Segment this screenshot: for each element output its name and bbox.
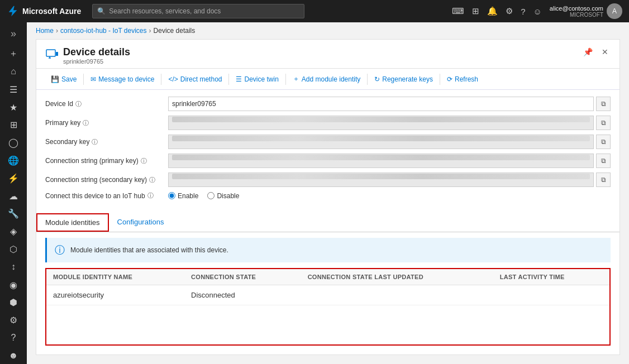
sidebar-add-icon[interactable]: ＋ xyxy=(2,46,25,63)
sidebar-arrows-icon[interactable]: ↕ xyxy=(2,258,25,275)
sidebar-list-icon[interactable]: ☰ xyxy=(2,81,25,98)
info-banner: ⓘ Module identities that are associated … xyxy=(45,238,611,262)
info-banner-text: Module identities that are associated wi… xyxy=(70,246,228,254)
cell-last-activity-time xyxy=(493,285,609,305)
direct-method-icon: </> xyxy=(168,75,178,83)
regenerate-keys-button[interactable]: ↻ Regenerate keys xyxy=(369,73,439,85)
info-banner-icon: ⓘ xyxy=(55,243,65,257)
direct-method-button[interactable]: </> Direct method xyxy=(163,73,227,85)
cs-primary-info-icon[interactable]: ⓘ xyxy=(141,157,147,165)
add-icon: ＋ xyxy=(293,74,299,84)
col-connection-state-last-updated: CONNECTION STATE LAST UPDATED xyxy=(301,269,493,285)
device-id-row: Device Id ⓘ ⧉ xyxy=(45,97,611,111)
sidebar-home-icon[interactable]: ⌂ xyxy=(2,64,25,80)
sidebar-radio-icon[interactable]: ◉ xyxy=(2,276,25,293)
close-button[interactable]: ✕ xyxy=(599,46,611,58)
connect-iot-info-icon[interactable]: ⓘ xyxy=(147,191,154,200)
device-id-copy-button[interactable]: ⧉ xyxy=(596,97,611,111)
module-identities-table-wrap: MODULE IDENTITY NAME CONNECTION STATE CO… xyxy=(45,268,611,346)
sidebar-grid-icon[interactable]: ⊞ xyxy=(2,117,25,133)
breadcrumb-home[interactable]: Home xyxy=(36,27,54,35)
sidebar-hex-icon[interactable]: ⬡ xyxy=(2,241,25,258)
cs-secondary-copy-button[interactable]: ⧉ xyxy=(596,173,611,187)
toolbar-sep6 xyxy=(440,74,440,85)
toolbar-sep5 xyxy=(367,74,368,85)
message-icon: ✉ xyxy=(90,75,96,83)
device-twin-button[interactable]: ☰ Device twin xyxy=(230,73,284,85)
logo-text: Microsoft Azure xyxy=(22,7,81,16)
connection-string-primary-label: Connection string (primary key) ⓘ xyxy=(45,157,168,165)
top-navigation: Microsoft Azure 🔍 Search resources, serv… xyxy=(0,0,629,22)
enable-radio-label[interactable]: Enable xyxy=(168,192,198,200)
save-button[interactable]: 💾 Save xyxy=(45,73,82,85)
cloud-shell-icon[interactable]: ⌨ xyxy=(452,6,464,16)
connection-string-secondary-input xyxy=(168,173,594,187)
toolbar: 💾 Save ✉ Message to device </> Direct me… xyxy=(36,69,620,90)
cs-primary-copy-button[interactable]: ⧉ xyxy=(596,154,611,168)
panel-header: Device details sprinkler09765 📌 ✕ xyxy=(36,40,620,69)
sidebar-user-icon[interactable]: ☻ xyxy=(2,347,25,364)
device-id-info-icon[interactable]: ⓘ xyxy=(75,100,82,108)
enable-radio[interactable] xyxy=(168,192,175,199)
col-last-activity-time: LAST ACTIVITY TIME xyxy=(493,269,609,285)
table-row[interactable]: azureiotsecurity Disconnected xyxy=(46,285,609,305)
search-placeholder: Search resources, services, and docs xyxy=(109,7,221,15)
user-section[interactable]: alice@contoso.com MICROSOFT A xyxy=(550,3,622,19)
primary-key-info-icon[interactable]: ⓘ xyxy=(83,119,89,127)
form-area: Device Id ⓘ ⧉ Primary key ⓘ xyxy=(36,90,620,213)
secondary-key-label: Secondary key ⓘ xyxy=(45,138,168,146)
primary-key-copy-button[interactable]: ⧉ xyxy=(596,116,611,130)
pin-button[interactable]: 📌 xyxy=(581,46,595,58)
panel-title-section: Device details sprinkler09765 xyxy=(45,46,130,65)
sidebar-diamond-icon[interactable]: ◈ xyxy=(2,223,25,240)
message-to-device-button[interactable]: ✉ Message to device xyxy=(85,73,160,85)
search-bar[interactable]: 🔍 Search resources, services, and docs xyxy=(92,4,304,18)
iot-enable-disable-group: Enable Disable xyxy=(168,192,239,200)
breadcrumb-sep1: › xyxy=(56,27,58,35)
col-connection-state: CONNECTION STATE xyxy=(184,269,301,285)
breadcrumb-iot-devices[interactable]: contoso-iot-hub - IoT devices xyxy=(60,27,147,35)
sidebar-gear-icon[interactable]: ⚙ xyxy=(2,312,25,329)
top-nav-icons: ⌨ ⊞ 🔔 ⚙ ? ☺ alice@contoso.com MICROSOFT … xyxy=(452,3,622,19)
sidebar-cloud-icon[interactable]: ☁ xyxy=(2,188,25,204)
sidebar-help-icon[interactable]: ? xyxy=(2,330,25,347)
tabs: Module identities Configurations xyxy=(36,213,620,232)
tab-configurations[interactable]: Configurations xyxy=(109,213,173,232)
add-module-identity-button[interactable]: ＋ Add module identity xyxy=(287,72,366,86)
toolbar-sep4 xyxy=(285,74,286,85)
notifications-icon[interactable]: 🔔 xyxy=(487,6,498,16)
tab-module-identities[interactable]: Module identities xyxy=(36,213,109,232)
connection-string-secondary-input-wrap: ⧉ xyxy=(168,173,611,187)
primary-key-row: Primary key ⓘ ⧉ xyxy=(45,116,611,130)
disable-radio[interactable] xyxy=(207,192,215,199)
panel-header-actions: 📌 ✕ xyxy=(581,46,611,58)
breadcrumb-sep2: › xyxy=(149,27,151,35)
toolbar-sep3 xyxy=(228,74,229,85)
primary-key-input xyxy=(168,116,594,130)
breadcrumb: Home › contoso-iot-hub - IoT devices › D… xyxy=(27,22,629,39)
sidebar-favorites-icon[interactable]: ★ xyxy=(2,99,25,116)
connection-string-primary-row: Connection string (primary key) ⓘ ⧉ xyxy=(45,154,611,168)
sidebar-globe-icon[interactable]: 🌐 xyxy=(2,152,25,169)
secondary-key-info-icon[interactable]: ⓘ xyxy=(92,138,98,146)
device-id-input[interactable] xyxy=(168,97,594,111)
connection-string-primary-input-wrap: ⧉ xyxy=(168,154,611,168)
help-icon[interactable]: ? xyxy=(521,7,525,16)
disable-radio-label[interactable]: Disable xyxy=(207,192,239,200)
feedback-icon[interactable]: ☺ xyxy=(533,7,542,16)
cs-secondary-info-icon[interactable]: ⓘ xyxy=(149,176,155,184)
portal-menu-icon[interactable]: ⊞ xyxy=(472,6,479,16)
table-header-row: MODULE IDENTITY NAME CONNECTION STATE CO… xyxy=(46,269,609,285)
secondary-key-copy-button[interactable]: ⧉ xyxy=(596,135,611,149)
refresh-button[interactable]: ⟳ Refresh xyxy=(441,73,484,85)
sidebar-wrench-icon[interactable]: 🔧 xyxy=(2,205,25,222)
device-panel-icon xyxy=(45,47,59,64)
settings-icon[interactable]: ⚙ xyxy=(506,6,513,16)
sidebar-circle-icon[interactable]: ◯ xyxy=(2,135,25,151)
sidebar: » ＋ ⌂ ☰ ★ ⊞ ◯ 🌐 ⚡ ☁ 🔧 ◈ ⬡ ↕ ◉ ⬢ ⚙ ? ☻ xyxy=(0,22,27,364)
sidebar-expand-icon[interactable]: » xyxy=(2,26,25,42)
sidebar-hex2-icon[interactable]: ⬢ xyxy=(2,294,25,311)
avatar[interactable]: A xyxy=(607,3,622,19)
user-org: MICROSOFT xyxy=(550,12,603,18)
sidebar-lightning-icon[interactable]: ⚡ xyxy=(2,170,25,186)
